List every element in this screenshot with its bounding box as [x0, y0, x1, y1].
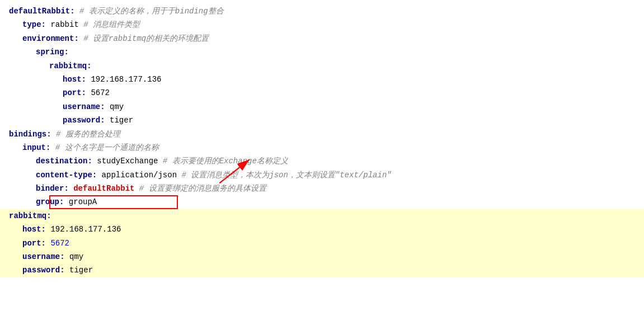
- code-line: rabbitmq:: [0, 59, 644, 73]
- code-line: binder: defaultRabbit # 设置要绑定的消息服务的具体设置: [0, 182, 644, 195]
- code-line: spring:: [0, 45, 644, 59]
- code-line: bindings: # 服务的整合处理: [0, 128, 644, 141]
- code-line: password: tiger: [0, 114, 644, 127]
- code-line: defaultRabbit: # 表示定义的名称，用于于binding整合: [0, 4, 644, 18]
- code-line: username: qmy: [0, 250, 644, 263]
- code-editor: defaultRabbit: # 表示定义的名称，用于于binding整合typ…: [0, 0, 644, 282]
- code-line: group: groupA: [0, 195, 644, 209]
- code-line: rabbitmq:: [0, 209, 644, 223]
- code-line: input: # 这个名字是一个通道的名称: [0, 141, 644, 154]
- code-line: port: 5672: [0, 86, 644, 100]
- code-line: host: 192.168.177.136: [0, 223, 644, 236]
- code-line: content-type: application/json # 设置消息类型，…: [0, 168, 644, 182]
- code-line: username: qmy: [0, 100, 644, 114]
- code-line: host: 192.168.177.136: [0, 73, 644, 86]
- code-line: port: 5672: [0, 237, 644, 250]
- code-line: type: rabbit # 消息组件类型: [0, 18, 644, 31]
- code-line: destination: studyExchange # 表示要使用的Excha…: [0, 154, 644, 168]
- code-line: environment: # 设置rabbitmq的相关的环境配置: [0, 32, 644, 45]
- code-line: password: tiger: [0, 263, 644, 277]
